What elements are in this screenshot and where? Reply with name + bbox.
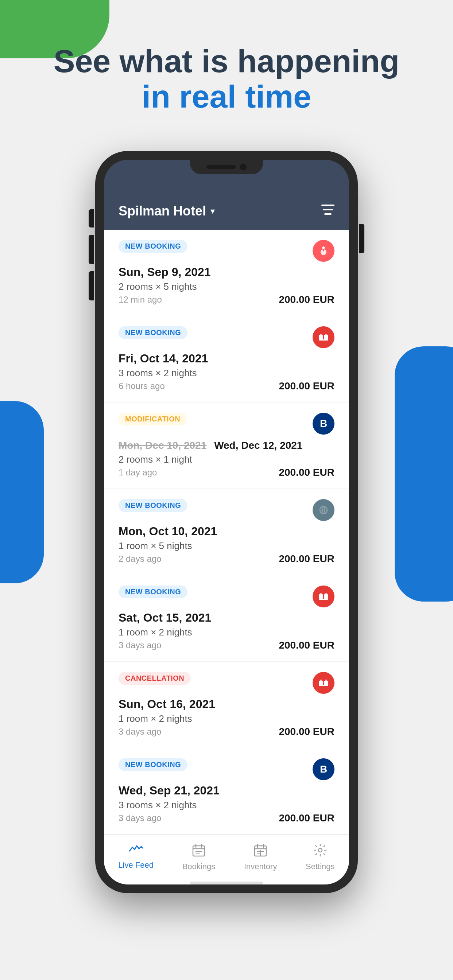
booking-details: 1 room × 5 nights [118,540,335,552]
booking-top-row: NEW BOOKING [118,240,335,262]
nav-item-live-feed[interactable]: Live Feed [118,844,153,871]
svg-rect-19 [325,679,327,681]
booking-time: 3 days ago [118,640,161,651]
booking-price: 200.00 EUR [279,380,335,392]
booking-badge: NEW BOOKING [118,326,187,339]
booking-bottom-row: 3 days ago 200.00 EUR [118,812,335,824]
booking-bottom-row: 3 days ago 200.00 EUR [118,640,335,651]
booking-bottom-row: 6 hours ago 200.00 EUR [118,380,335,392]
channel-logo-booking: B [313,413,335,434]
booking-date: Sun, Sep 9, 2021 [118,266,335,279]
booking-time: 2 days ago [118,554,161,564]
booking-price: 200.00 EUR [279,467,335,478]
svg-rect-17 [319,685,328,686]
headline-line1: See what is happening [29,44,424,79]
booking-time: 3 days ago [118,813,161,823]
nav-label-inventory: Inventory [244,862,277,871]
phone-notch [190,160,263,174]
channel-logo-hotelbeds [313,326,335,348]
booking-bottom-row: 12 min ago 200.00 EUR [118,294,335,305]
booking-details: 2 rooms × 5 nights [118,281,335,293]
booking-price: 200.00 EUR [279,553,335,565]
booking-details: 3 rooms × 2 nights [118,368,335,379]
booking-price: 200.00 EUR [279,294,335,305]
channel-logo-booking: B [313,758,335,780]
booking-date: Mon, Dec 10, 2021 Wed, Dec 12, 2021 [118,438,335,452]
feed-list: NEW BOOKING Sun, Sep 9, 2021 2 rooms × 5… [104,230,349,835]
booking-badge: CANCELLATION [118,672,191,685]
power-button [359,224,364,253]
booking-bottom-row: 2 days ago 200.00 EUR [118,553,335,565]
booking-badge: NEW BOOKING [118,499,187,512]
bookings-icon [192,844,205,859]
booking-item[interactable]: CANCELLATION Sun, Oct 16, 2021 1 room × … [104,662,349,748]
nav-item-inventory[interactable]: Inventory [244,844,277,871]
svg-rect-12 [319,599,328,600]
booking-top-row: NEW BOOKING [118,326,335,348]
booking-item[interactable]: NEW BOOKING Sat, Oct 15, 2021 1 room × 2… [104,575,349,662]
booking-date: Mon, Oct 10, 2021 [118,525,335,538]
booking-top-row: MODIFICATION B [118,413,335,434]
svg-rect-20 [193,846,205,856]
booking-badge: NEW BOOKING [118,585,187,598]
svg-rect-0 [321,205,335,206]
booking-item[interactable]: NEW BOOKING Fri, Oct 14, 2021 3 rooms × … [104,316,349,402]
booking-date: Wed, Sep 21, 2021 [118,784,335,797]
live-feed-icon [129,844,144,858]
booking-date: Sun, Oct 16, 2021 [118,697,335,711]
hotel-name-row[interactable]: Spilman Hotel ▾ [118,204,215,219]
settings-icon [314,844,327,859]
booking-price: 200.00 EUR [279,812,335,824]
booking-date: Sat, Oct 15, 2021 [118,611,335,625]
booking-price: 200.00 EUR [279,640,335,651]
channel-logo-airbnb [313,240,335,262]
bottom-nav: Live Feed Bookings [104,835,349,877]
booking-item[interactable]: MODIFICATION B Mon, Dec 10, 2021 Wed, De… [104,402,349,489]
channel-logo-hotelbeds [313,585,335,608]
booking-badge: MODIFICATION [118,413,187,425]
booking-item[interactable]: NEW BOOKING Mon, Oct 10, 2021 1 room × 5… [104,489,349,575]
svg-rect-5 [319,339,328,340]
svg-rect-18 [320,679,322,681]
booking-badge: NEW BOOKING [118,758,187,771]
booking-details: 2 rooms × 1 night [118,454,335,465]
booking-price: 200.00 EUR [279,726,335,738]
booking-time: 3 days ago [118,727,161,737]
booking-top-row: CANCELLATION [118,672,335,694]
booking-bottom-row: 1 day ago 200.00 EUR [118,467,335,478]
booking-details: 3 rooms × 2 nights [118,800,335,811]
filter-icon[interactable] [321,204,335,218]
mute-button [89,209,94,228]
phone-wrapper: Spilman Hotel ▾ NEW BOOKING [0,151,453,893]
svg-rect-6 [320,334,322,336]
svg-rect-14 [325,593,327,595]
volume-down-button [89,271,94,301]
nav-label-live-feed: Live Feed [118,861,153,870]
booking-item[interactable]: NEW BOOKING B Wed, Sep 21, 2021 3 rooms … [104,748,349,835]
phone-screen: Spilman Hotel ▾ NEW BOOKING [104,192,349,885]
booking-time: 12 min ago [118,294,162,305]
booking-top-row: NEW BOOKING [118,585,335,608]
home-indicator [190,881,263,885]
booking-date: Fri, Oct 14, 2021 [118,352,335,365]
headline-section: See what is happening in real time [0,0,453,136]
nav-label-bookings: Bookings [182,862,215,871]
channel-logo-generic [313,499,335,521]
phone-notch-area [104,160,349,192]
notch-camera [240,164,247,170]
volume-up-button [89,235,94,264]
booking-item[interactable]: NEW BOOKING Sun, Sep 9, 2021 2 rooms × 5… [104,230,349,316]
svg-rect-2 [324,213,332,215]
svg-point-33 [318,848,322,852]
phone-frame: Spilman Hotel ▾ NEW BOOKING [95,151,358,893]
nav-label-settings: Settings [306,862,335,871]
booking-badge: NEW BOOKING [118,240,187,253]
booking-time: 1 day ago [118,468,157,477]
booking-top-row: NEW BOOKING B [118,758,335,780]
nav-item-settings[interactable]: Settings [306,844,335,871]
nav-item-bookings[interactable]: Bookings [182,844,215,871]
channel-logo-hotelbeds [313,672,335,694]
booking-bottom-row: 3 days ago 200.00 EUR [118,726,335,738]
booking-details: 1 room × 2 nights [118,713,335,724]
chevron-down-icon[interactable]: ▾ [211,206,215,216]
